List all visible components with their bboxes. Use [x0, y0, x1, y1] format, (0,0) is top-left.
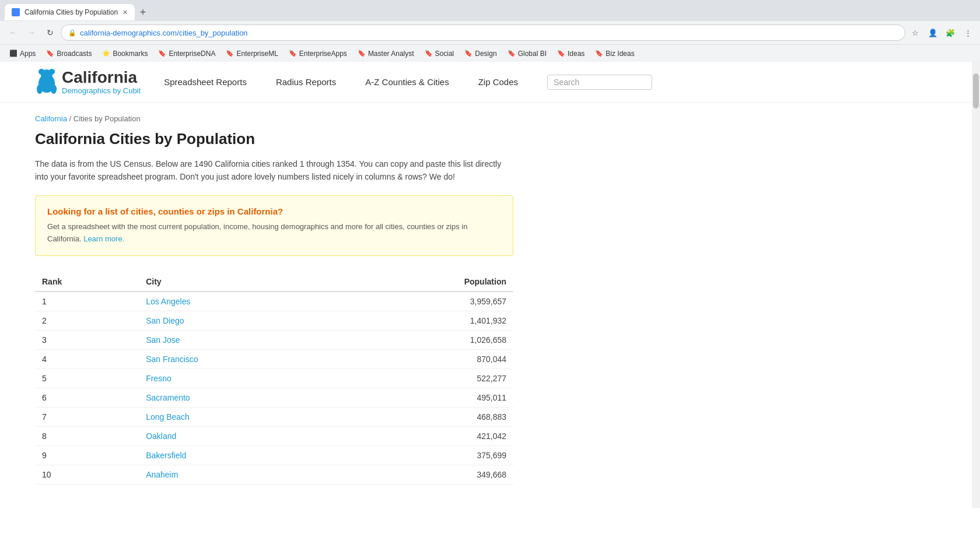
logo-text: California Demographics by Cubit: [62, 69, 141, 95]
cell-rank: 2: [35, 311, 139, 331]
city-link[interactable]: Anaheim: [146, 470, 178, 479]
bookmark-globalbi-label: Global BI: [518, 50, 547, 58]
browser-chrome: California Cities by Population ✕ + ← → …: [0, 0, 980, 62]
col-population: Population: [341, 272, 513, 292]
site-search-box[interactable]: Search: [547, 75, 652, 90]
breadcrumb-current: Cities by Population: [74, 114, 141, 123]
cell-rank: 1: [35, 292, 139, 311]
svg-point-2: [38, 69, 44, 75]
apps-icon: ⬛: [9, 50, 18, 57]
cell-rank: 7: [35, 408, 139, 427]
cell-city[interactable]: Long Beach: [139, 408, 341, 427]
cell-city[interactable]: Fresno: [139, 369, 341, 388]
cell-population: 349,668: [341, 465, 513, 485]
extensions-button[interactable]: 🧩: [943, 25, 958, 40]
city-link[interactable]: San Jose: [146, 335, 180, 345]
bookmark-broadcasts[interactable]: 🔖 Broadcasts: [41, 48, 96, 59]
city-link[interactable]: Sacramento: [146, 393, 190, 402]
cell-population: 1,026,658: [341, 331, 513, 350]
table-row: 4 San Francisco 870,044: [35, 350, 513, 369]
cell-population: 495,011: [341, 388, 513, 408]
enterpriseapps-icon: 🔖: [289, 50, 297, 57]
nav-zip-codes[interactable]: Zip Codes: [478, 77, 518, 87]
breadcrumb-home[interactable]: California: [35, 114, 67, 123]
broadcasts-icon: 🔖: [46, 50, 54, 57]
info-box: Looking for a list of cities, counties o…: [35, 195, 513, 257]
scrollbar-track[interactable]: [972, 62, 980, 508]
svg-point-5: [51, 85, 57, 94]
cell-city[interactable]: San Diego: [139, 311, 341, 331]
back-button[interactable]: ←: [5, 24, 21, 41]
nav-az-counties-cities[interactable]: A-Z Counties & Cities: [365, 77, 449, 87]
new-tab-button[interactable]: +: [135, 4, 151, 20]
bookmark-enterprisedna[interactable]: 🔖 EnterpriseDNA: [153, 48, 220, 59]
city-link[interactable]: Los Angeles: [146, 297, 190, 306]
bookmark-bizideas[interactable]: 🔖 Biz Ideas: [590, 48, 639, 59]
cell-rank: 4: [35, 350, 139, 369]
nav-radius-reports[interactable]: Radius Reports: [276, 77, 336, 87]
logo-area[interactable]: California Demographics by Cubit: [35, 66, 141, 99]
cell-city[interactable]: San Jose: [139, 331, 341, 350]
bookmark-apps[interactable]: ⬛ Apps: [5, 48, 40, 59]
address-bar[interactable]: 🔒 california-demographics.com/cities_by_…: [61, 24, 905, 41]
active-tab[interactable]: California Cities by Population ✕: [5, 4, 135, 20]
cell-city[interactable]: Bakersfield: [139, 446, 341, 465]
city-link[interactable]: Bakersfield: [146, 451, 186, 460]
city-link[interactable]: San Francisco: [146, 355, 198, 364]
nav-spreadsheet-reports[interactable]: Spreadsheet Reports: [164, 77, 247, 87]
forward-button[interactable]: →: [23, 24, 40, 41]
profile-button[interactable]: 👤: [925, 25, 940, 40]
design-icon: 🔖: [464, 50, 473, 57]
tab-title: California Cities by Population: [24, 8, 118, 16]
reload-button[interactable]: ↻: [42, 24, 58, 41]
info-box-text: Get a spreadsheet with the most current …: [47, 221, 501, 245]
col-rank: Rank: [35, 272, 139, 292]
info-box-learn-more-link[interactable]: Learn more.: [83, 234, 124, 243]
info-box-title: Looking for a list of cities, counties o…: [47, 206, 501, 216]
bookmark-star-button[interactable]: ☆: [908, 25, 923, 40]
cell-city[interactable]: Oakland: [139, 427, 341, 446]
cell-city[interactable]: San Francisco: [139, 350, 341, 369]
scrollbar-thumb[interactable]: [973, 73, 979, 108]
bookmark-enterpriseml[interactable]: 🔖 EnterpriseML: [221, 48, 282, 59]
cell-city[interactable]: Los Angeles: [139, 292, 341, 311]
tab-close-button[interactable]: ✕: [123, 9, 128, 16]
bookmark-apps-label: Apps: [20, 50, 36, 58]
california-bear-icon: [35, 66, 58, 99]
bookmark-ideas-label: Ideas: [568, 50, 584, 58]
address-input[interactable]: california-demographics.com/cities_by_po…: [80, 29, 898, 37]
ideas-icon: 🔖: [557, 50, 565, 57]
bookmark-design[interactable]: 🔖 Design: [460, 48, 501, 59]
enterprisedna-icon: 🔖: [158, 50, 166, 57]
bookmark-bookmarks[interactable]: ⭐ Bookmarks: [97, 48, 152, 59]
masteranalyst-icon: 🔖: [358, 50, 366, 57]
more-menu-button[interactable]: ⋮: [960, 25, 975, 40]
cities-table: Rank City Population 1 Los Angeles 3,959…: [35, 272, 513, 485]
cell-rank: 10: [35, 465, 139, 485]
bookmark-social[interactable]: 🔖 Social: [420, 48, 459, 59]
bookmark-enterpriseml-label: EnterpriseML: [236, 50, 278, 58]
table-row: 5 Fresno 522,277: [35, 369, 513, 388]
table-row: 6 Sacramento 495,011: [35, 388, 513, 408]
city-link[interactable]: Long Beach: [146, 412, 190, 422]
breadcrumb-separator: /: [69, 114, 74, 123]
bizideas-icon: 🔖: [595, 50, 603, 57]
city-link[interactable]: Fresno: [146, 374, 172, 383]
bookmark-enterpriseapps[interactable]: 🔖 EnterpriseApps: [284, 48, 352, 59]
bookmark-enterpriseapps-label: EnterpriseApps: [299, 50, 347, 58]
cell-population: 468,883: [341, 408, 513, 427]
bookmark-bookmarks-label: Bookmarks: [113, 50, 148, 58]
cell-rank: 6: [35, 388, 139, 408]
table-row: 8 Oakland 421,042: [35, 427, 513, 446]
table-row: 2 San Diego 1,401,932: [35, 311, 513, 331]
city-link[interactable]: San Diego: [146, 316, 184, 325]
cell-population: 870,044: [341, 350, 513, 369]
bookmark-ideas[interactable]: 🔖 Ideas: [552, 48, 589, 59]
cell-city[interactable]: Sacramento: [139, 388, 341, 408]
site-nav: Spreadsheet Reports Radius Reports A-Z C…: [164, 75, 945, 90]
cell-population: 421,042: [341, 427, 513, 446]
cell-city[interactable]: Anaheim: [139, 465, 341, 485]
bookmark-globalbi[interactable]: 🔖 Global BI: [503, 48, 551, 59]
city-link[interactable]: Oakland: [146, 431, 176, 441]
bookmark-masteranalyst[interactable]: 🔖 Master Analyst: [353, 48, 419, 59]
